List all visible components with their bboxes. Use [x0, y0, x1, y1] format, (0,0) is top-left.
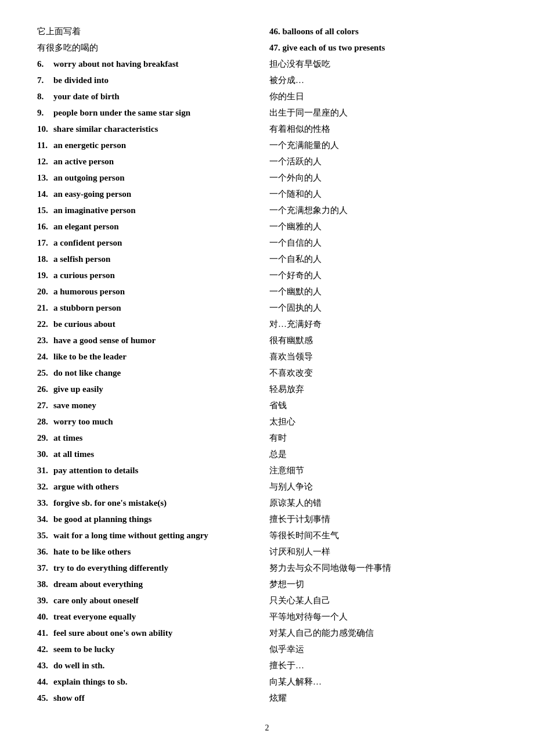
english-cell: 39.care only about oneself [35, 592, 267, 609]
english-cell: 33.forgive sb. for one's mistake(s) [35, 495, 267, 511]
chinese-cell: 省钱 [267, 397, 499, 413]
chinese-cell: 担心没有早饭吃 [267, 56, 499, 72]
chinese-cell: 一个好奇的人 [267, 267, 499, 283]
table-row: 11.an energetic person一个充满能量的人 [35, 137, 499, 153]
chinese-cell: 似乎幸运 [267, 641, 499, 657]
chinese-cell: 梦想一切 [267, 576, 499, 592]
chinese-cell: 一个幽雅的人 [267, 218, 499, 235]
table-row: 18.a selfish person一个自私的人 [35, 251, 499, 267]
chinese-cell: 只关心某人自己 [267, 592, 499, 609]
english-cell: 18.a selfish person [35, 251, 267, 267]
english-cell: 17.a confident person [35, 235, 267, 251]
english-cell: 22.be curious about [35, 316, 267, 332]
table-row: 20.a humorous person一个幽默的人 [35, 283, 499, 300]
chinese-cell: 有着相似的性格 [267, 121, 499, 137]
english-cell: 37.try to do everything differently [35, 560, 267, 576]
table-row: 12.an active person一个活跃的人 [35, 153, 499, 170]
table-row: 19.a curious person一个好奇的人 [35, 267, 499, 283]
chinese-cell: 46. balloons of all colors [267, 23, 499, 39]
chinese-cell: 你的生日 [267, 88, 499, 105]
table-row: 30.at all times总是 [35, 446, 499, 462]
chinese-cell: 出生于同一星座的人 [267, 105, 499, 121]
english-cell: 有很多吃的喝的 [35, 39, 267, 56]
table-row: 44.explain things to sb.向某人解释… [35, 674, 499, 690]
chinese-cell: 讨厌和别人一样 [267, 543, 499, 560]
chinese-cell: 喜欢当领导 [267, 348, 499, 365]
english-cell: 9.people born under the same star sign [35, 105, 267, 121]
english-cell: 42.seem to be lucky [35, 641, 267, 657]
table-row: 41.feel sure about one's own ability对某人自… [35, 625, 499, 641]
english-cell: 38.dream about everything [35, 576, 267, 592]
english-cell: 36.hate to be like others [35, 543, 267, 560]
table-row: 14.an easy-going person一个随和的人 [35, 186, 499, 202]
english-cell: 45.show off [35, 690, 267, 706]
chinese-cell: 太担心 [267, 413, 499, 430]
english-cell: 24.like to be the leader [35, 348, 267, 365]
table-row: 它上面写着46. balloons of all colors [35, 23, 499, 39]
chinese-cell: 轻易放弃 [267, 381, 499, 397]
table-row: 10.share similar characteristics有着相似的性格 [35, 121, 499, 137]
english-cell: 23.have a good sense of humor [35, 332, 267, 348]
chinese-cell: 一个充满想象力的人 [267, 202, 499, 218]
table-row: 45.show off炫耀 [35, 690, 499, 706]
table-row: 33.forgive sb. for one's mistake(s)原谅某人的… [35, 495, 499, 511]
table-row: 29.at times有时 [35, 430, 499, 446]
table-row: 25.do not like change不喜欢改变 [35, 365, 499, 381]
table-row: 17.a confident person一个自信的人 [35, 235, 499, 251]
chinese-cell: 平等地对待每一个人 [267, 609, 499, 625]
english-cell: 12.an active person [35, 153, 267, 170]
english-cell: 20.a humorous person [35, 283, 267, 300]
table-row: 28.worry too much太担心 [35, 413, 499, 430]
english-cell: 40.treat everyone equally [35, 609, 267, 625]
english-cell: 19.a curious person [35, 267, 267, 283]
chinese-cell: 一个活跃的人 [267, 153, 499, 170]
english-cell: 27.save money [35, 397, 267, 413]
table-row: 13.an outgoing person一个外向的人 [35, 170, 499, 186]
chinese-cell: 注意细节 [267, 462, 499, 478]
table-row: 有很多吃的喝的47. give each of us two presents [35, 39, 499, 56]
table-row: 7.be divided into被分成… [35, 72, 499, 88]
table-row: 43.do well in sth.擅长于… [35, 657, 499, 674]
english-cell: 13.an outgoing person [35, 170, 267, 186]
chinese-cell: 被分成… [267, 72, 499, 88]
english-cell: 25.do not like change [35, 365, 267, 381]
english-cell: 7.be divided into [35, 72, 267, 88]
chinese-cell: 有时 [267, 430, 499, 446]
table-row: 32.argue with others与别人争论 [35, 478, 499, 495]
chinese-cell: 一个外向的人 [267, 170, 499, 186]
english-cell: 26.give up easily [35, 381, 267, 397]
table-row: 16.an elegant person一个幽雅的人 [35, 218, 499, 235]
english-cell: 16.an elegant person [35, 218, 267, 235]
table-row: 38.dream about everything梦想一切 [35, 576, 499, 592]
page-container: 它上面写着46. balloons of all colors有很多吃的喝的47… [35, 23, 499, 733]
chinese-cell: 对…充满好奇 [267, 316, 499, 332]
english-cell: 11.an energetic person [35, 137, 267, 153]
english-cell: 14.an easy-going person [35, 186, 267, 202]
chinese-cell: 一个自信的人 [267, 235, 499, 251]
table-row: 8.your date of birth你的生日 [35, 88, 499, 105]
table-row: 6.worry about not having breakfast担心没有早饭… [35, 56, 499, 72]
table-row: 42.seem to be lucky似乎幸运 [35, 641, 499, 657]
english-cell: 15.an imaginative person [35, 202, 267, 218]
chinese-cell: 很有幽默感 [267, 332, 499, 348]
table-row: 36.hate to be like others讨厌和别人一样 [35, 543, 499, 560]
chinese-cell: 一个随和的人 [267, 186, 499, 202]
chinese-cell: 一个固执的人 [267, 300, 499, 316]
english-cell: 它上面写着 [35, 23, 267, 39]
chinese-cell: 不喜欢改变 [267, 365, 499, 381]
english-cell: 44.explain things to sb. [35, 674, 267, 690]
table-row: 39.care only about oneself只关心某人自己 [35, 592, 499, 609]
english-cell: 6.worry about not having breakfast [35, 56, 267, 72]
chinese-cell: 对某人自己的能力感觉确信 [267, 625, 499, 641]
page-number: 2 [35, 723, 499, 733]
table-row: 9.people born under the same star sign出生… [35, 105, 499, 121]
english-cell: 31.pay attention to details [35, 462, 267, 478]
chinese-cell: 原谅某人的错 [267, 495, 499, 511]
table-row: 23.have a good sense of humor很有幽默感 [35, 332, 499, 348]
table-row: 21.a stubborn person一个固执的人 [35, 300, 499, 316]
chinese-cell: 一个幽默的人 [267, 283, 499, 300]
english-cell: 41.feel sure about one's own ability [35, 625, 267, 641]
table-row: 15.an imaginative person一个充满想象力的人 [35, 202, 499, 218]
table-row: 35.wait for a long time without getting … [35, 527, 499, 543]
english-cell: 43.do well in sth. [35, 657, 267, 674]
